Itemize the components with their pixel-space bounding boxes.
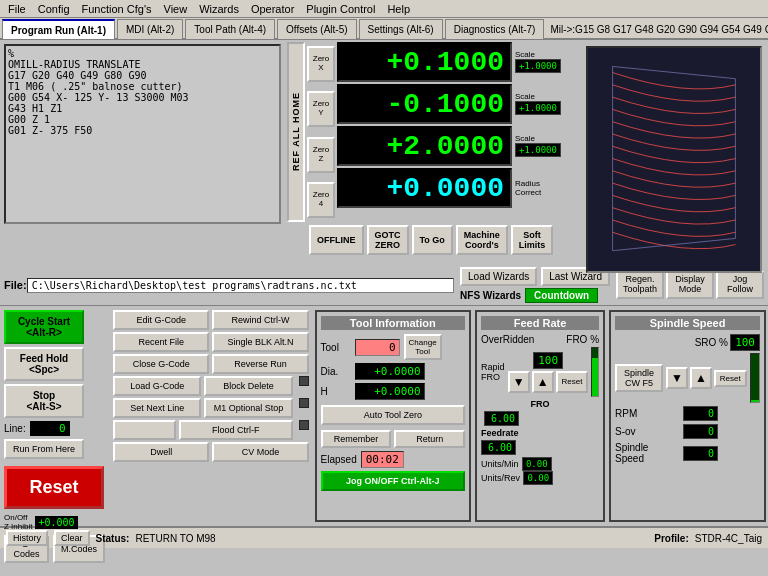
single-blk-button[interactable]: Single BLK Alt.N [212,332,308,352]
rpm-label: RPM [615,408,680,419]
rewind-button[interactable]: Rewind Ctrl-W [212,310,308,330]
machine-coords-button[interactable]: MachineCoord's [456,225,508,255]
auto-tool-zero-button[interactable]: Auto Tool Zero [321,405,466,425]
block-delete-button[interactable]: Block Delete [204,376,292,396]
gcode-textarea[interactable]: % OMILL-RADIUS TRANSLATE G17 G20 G40 G49… [4,44,281,224]
scale-y-label: Scale [515,92,561,101]
close-gcode-button[interactable]: Close G-Code [113,354,209,374]
zero-y-button[interactable]: ZeroY [307,91,335,127]
offline-button[interactable]: OFFLINE [309,225,364,255]
regen-toolpath-button[interactable]: Regen.Toolpath [616,271,664,299]
cycle-start-button[interactable]: Cycle Start<Alt-R> [4,310,84,344]
to-go-button[interactable]: To Go [412,225,453,255]
on-off-row: On/OffZ Inhibit +0.000 [4,514,105,532]
scale-x-label: Scale [515,50,561,59]
load-gcode-button[interactable]: Load G-Code [113,376,201,396]
rapid-fro-value: 100 [533,352,563,369]
sro-value: 100 [730,334,760,351]
h-label: H [321,386,351,397]
tab-offsets[interactable]: Offsets (Alt-5) [277,19,357,39]
zero-x-button[interactable]: ZeroX [307,46,335,82]
spindle-up-button[interactable]: ▲ [690,367,712,389]
history-button[interactable]: History [6,530,48,546]
feed-hold-button[interactable]: Feed Hold<Spc> [4,347,84,381]
jog-on-off-button[interactable]: Jog ON/OFF Ctrl-Alt-J [321,471,466,491]
line-label: Line: [4,423,26,434]
tab-settings[interactable]: Settings (Alt-6) [359,19,443,39]
status-label: Status: [96,533,130,544]
elapsed-value: 00:02 [361,451,404,468]
spindle-panel-title: Spindle Speed [615,316,760,330]
menu-help[interactable]: Help [381,2,416,16]
units-min-label: Units/Min [481,459,519,469]
run-from-button[interactable] [113,420,176,440]
menu-operator[interactable]: Operator [245,2,300,16]
fro-rate-row: 6.00 [481,411,599,426]
zero-4-button[interactable]: Zero4 [307,182,335,218]
display-mode-button[interactable]: DisplayMode [666,271,714,299]
edit-gcode-button[interactable]: Edit G-Code [113,310,209,330]
menu-function-cfg[interactable]: Function Cfg's [76,2,158,16]
mid-panel: Edit G-Code Rewind Ctrl-W Recent File Si… [109,306,313,526]
spindle-down-button[interactable]: ▼ [666,367,688,389]
nfs-wizards-label: NFS Wizards [460,290,521,301]
dia-value: +0.0000 [355,363,425,380]
tab-tool-path[interactable]: Tool Path (Alt-4) [185,19,275,39]
reset-button[interactable]: Reset [4,466,104,509]
spindle-reset-button[interactable]: Reset [714,370,747,387]
profile-value: STDR-4C_Taig [695,533,762,544]
on-off-label: On/OffZ Inhibit [4,514,32,532]
elapsed-label: Elapsed [321,454,357,465]
tool-number-row: Tool 0 ChangeTool [321,334,466,360]
rapid-fro-reset-button[interactable]: Reset [556,371,589,393]
feedrate-title: Feedrate [481,428,599,438]
tool-h-row: H +0.0000 [321,383,466,400]
elapsed-row: Elapsed 00:02 [321,451,466,468]
feedrate-value: 6.00 [481,440,516,455]
stop-button[interactable]: Stop<Alt-S> [4,384,84,418]
zero-z-button[interactable]: ZeroZ [307,137,335,173]
top-section: % OMILL-RADIUS TRANSLATE G17 G20 G40 G49… [0,40,768,265]
tab-mdi[interactable]: MDI (Alt-2) [117,19,183,39]
remember-button[interactable]: Remember [321,430,392,448]
dia-label: Dia. [321,366,351,377]
menu-wizards[interactable]: Wizards [193,2,245,16]
units-rev-row: Units/Rev 0.00 [481,471,599,485]
reverse-run-button[interactable]: Reverse Run [212,354,308,374]
return-button[interactable]: Return [394,430,465,448]
m1-optional-button[interactable]: M1 Optional Stop [204,398,292,418]
set-next-line-button[interactable]: Set Next Line [113,398,201,418]
soft-limits-button[interactable]: SoftLimits [511,225,554,255]
menu-file[interactable]: File [2,2,32,16]
scale-z-value: +1.0000 [515,143,561,157]
dwell-button[interactable]: Dwell [113,442,209,462]
units-min-row: Units/Min 0.00 [481,457,599,471]
scale-y-value: +1.0000 [515,101,561,115]
load-wizards-button[interactable]: Load Wizards [460,267,537,286]
refall-home-button[interactable]: REF ALL HOME [287,42,305,222]
tool-panel-title: Tool Information [321,316,466,330]
cv-mode-button[interactable]: CV Mode [212,442,308,462]
run-from-here-button[interactable]: Run From Here [4,439,84,459]
3d-view [586,46,762,273]
spindle-speed-row: Spindle Speed 0 [615,442,760,464]
rapid-fro-up-button[interactable]: ▲ [532,371,554,393]
tab-program-run[interactable]: Program Run (Alt-1) [2,19,115,39]
remember-row: Remember Return [321,430,466,448]
menu-view[interactable]: View [158,2,194,16]
spindle-cw-button[interactable]: Spindle CW F5 [615,364,663,392]
gotc-zero-button[interactable]: GOTCZERO [367,225,409,255]
menu-plugin-control[interactable]: Plugin Control [300,2,381,16]
rapid-fro-down-button[interactable]: ▼ [508,371,530,393]
tool-label: Tool [321,342,351,353]
clear-button[interactable]: Clear [54,530,90,546]
h-value: +0.0000 [355,383,425,400]
menu-config[interactable]: Config [32,2,76,16]
file-path-input[interactable] [27,278,454,293]
jog-follow-button[interactable]: JogFollow [716,271,764,299]
recent-file-button[interactable]: Recent File [113,332,209,352]
tab-diagnostics[interactable]: Diagnostics (Alt-7) [445,19,545,39]
flood-ctrl-button[interactable]: Flood Ctrl-F [179,420,293,440]
change-tool-button[interactable]: ChangeTool [404,334,442,360]
tool-info-panel: Tool Information Tool 0 ChangeTool Dia. … [315,310,472,522]
